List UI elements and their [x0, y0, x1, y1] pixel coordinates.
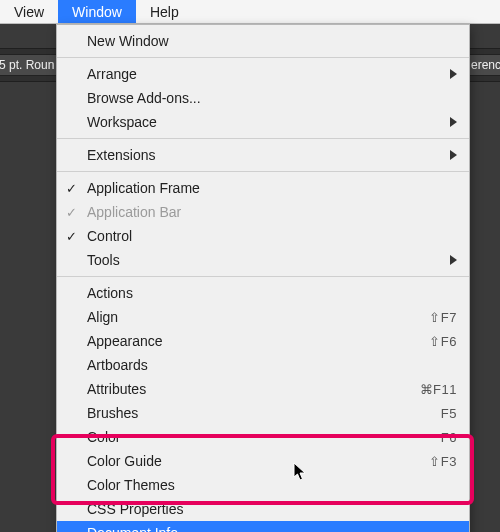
menu-separator [57, 276, 469, 277]
menu-color-themes[interactable]: Color Themes [57, 473, 469, 497]
menu-application-frame[interactable]: ✓ Application Frame [57, 176, 469, 200]
menu-appearance[interactable]: Appearance ⇧F6 [57, 329, 469, 353]
menu-extensions[interactable]: Extensions [57, 143, 469, 167]
menu-label: Application Bar [87, 204, 457, 220]
menu-label: Control [87, 228, 457, 244]
menu-css-properties[interactable]: CSS Properties [57, 497, 469, 521]
menu-new-window[interactable]: New Window [57, 29, 469, 53]
menu-align[interactable]: Align ⇧F7 [57, 305, 469, 329]
menu-label: CSS Properties [87, 501, 457, 517]
menu-document-info[interactable]: Document Info [57, 521, 469, 532]
menu-shortcut: ⇧F7 [429, 310, 457, 325]
menu-color-guide[interactable]: Color Guide ⇧F3 [57, 449, 469, 473]
menu-tools[interactable]: Tools [57, 248, 469, 272]
menu-brushes[interactable]: Brushes F5 [57, 401, 469, 425]
menu-shortcut: F5 [441, 406, 457, 421]
menu-label: Workspace [87, 114, 450, 130]
menu-label: Color Themes [87, 477, 457, 493]
menu-actions[interactable]: Actions [57, 281, 469, 305]
menu-separator [57, 57, 469, 58]
menu-label: Browse Add-ons... [87, 90, 457, 106]
checkmark-icon: ✓ [66, 205, 77, 220]
menu-label: New Window [87, 33, 457, 49]
menu-shortcut: ⇧F3 [429, 454, 457, 469]
menu-shortcut: F6 [441, 430, 457, 445]
menu-label: Artboards [87, 357, 457, 373]
menu-shortcut: ⌘F11 [420, 382, 457, 397]
menu-label: Brushes [87, 405, 441, 421]
menu-label: Color Guide [87, 453, 429, 469]
checkmark-icon: ✓ [66, 229, 77, 244]
menu-arrange[interactable]: Arrange [57, 62, 469, 86]
submenu-arrow-icon [450, 255, 457, 265]
menu-bar: View Window Help [0, 0, 500, 24]
menu-shortcut: ⇧F6 [429, 334, 457, 349]
menu-label: Tools [87, 252, 450, 268]
submenu-arrow-icon [450, 150, 457, 160]
menu-label: Color [87, 429, 441, 445]
menu-label: Document Info [87, 525, 457, 532]
checkmark-icon: ✓ [66, 181, 77, 196]
menu-label: Arrange [87, 66, 450, 82]
menu-control[interactable]: ✓ Control [57, 224, 469, 248]
menu-separator [57, 171, 469, 172]
menu-label: Attributes [87, 381, 420, 397]
menubar-help[interactable]: Help [136, 0, 193, 23]
menu-attributes[interactable]: Attributes ⌘F11 [57, 377, 469, 401]
menu-label: Application Frame [87, 180, 457, 196]
menu-separator [57, 138, 469, 139]
stroke-profile-chip[interactable]: 5 pt. Roun [0, 54, 63, 76]
menu-application-bar: ✓ Application Bar [57, 200, 469, 224]
submenu-arrow-icon [450, 69, 457, 79]
menu-label: Extensions [87, 147, 450, 163]
menubar-view[interactable]: View [0, 0, 58, 23]
window-menu-dropdown: New Window Arrange Browse Add-ons... Wor… [56, 24, 470, 532]
menu-browse-addons[interactable]: Browse Add-ons... [57, 86, 469, 110]
menu-label: Actions [87, 285, 457, 301]
menu-artboards[interactable]: Artboards [57, 353, 469, 377]
menu-label: Appearance [87, 333, 429, 349]
menu-workspace[interactable]: Workspace [57, 110, 469, 134]
submenu-arrow-icon [450, 117, 457, 127]
menu-color[interactable]: Color F6 [57, 425, 469, 449]
menu-label: Align [87, 309, 429, 325]
menubar-window[interactable]: Window [58, 0, 136, 23]
